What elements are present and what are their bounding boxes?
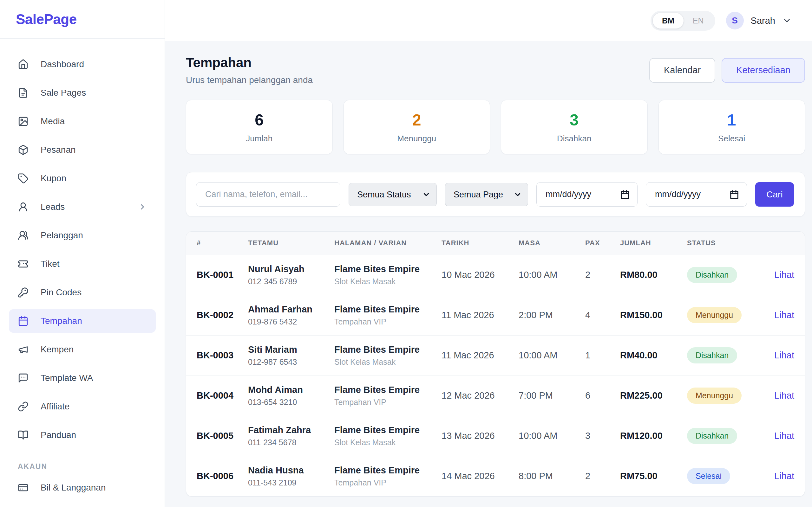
table-row: BK-0002 Ahmad Farhan019-876 5432 Flame B… [186, 295, 805, 335]
booking-id: BK-0006 [197, 471, 234, 481]
sidebar-item-label: Dashboard [41, 59, 84, 69]
col-halaman-varian: HALAMAN / VARIAN [334, 232, 442, 255]
sidebar-item-label: Template WA [41, 373, 93, 383]
sidebar-item-dashboard[interactable]: Dashboard [9, 53, 156, 76]
brand-logo: SalePage [16, 11, 77, 27]
ketersediaan-button[interactable]: Ketersediaan [722, 58, 805, 83]
kalendar-button[interactable]: Kalendar [649, 58, 715, 83]
avatar: S [726, 12, 744, 30]
sidebar-item-label: Kempen [41, 344, 73, 354]
status-badge: Menunggu [687, 388, 742, 404]
guest-phone: 019-876 5432 [248, 317, 331, 326]
booking-amount: RM150.00 [620, 310, 663, 320]
sidebar-item-kupon[interactable]: Kupon [9, 167, 156, 190]
package-icon [18, 145, 29, 155]
sidebar-item-media[interactable]: Media [9, 110, 156, 133]
sidebar-item-label: Tiket [41, 259, 60, 269]
sidebar-item-kempen[interactable]: Kempen [9, 338, 156, 361]
lihat-link[interactable]: Lihat [774, 390, 794, 400]
lang-option-bm[interactable]: BM [653, 13, 683, 29]
sidebar-section-akaun: AKAUN [9, 462, 156, 471]
sidebar-item-sale-pages[interactable]: Sale Pages [9, 81, 156, 105]
status-badge: Disahkan [687, 267, 737, 283]
col-jumlah: JUMLAH [620, 232, 687, 255]
sidebar-item-label: Bil & Langganan [41, 483, 106, 493]
content: Tempahan Urus tempahan pelanggan anda Ka… [165, 41, 812, 497]
booking-id: BK-0003 [197, 350, 234, 360]
page-title: Tempahan [186, 55, 313, 70]
booking-time: 7:00 PM [519, 390, 553, 400]
stat-label: Selesai [718, 134, 745, 144]
status-select-wrap: Semua Status [349, 183, 437, 206]
lihat-link[interactable]: Lihat [774, 310, 794, 320]
variant-name: Slot Kelas Masak [334, 357, 438, 367]
topbar: BM EN S Sarah [165, 0, 812, 41]
page-subtitle: Urus tempahan pelanggan anda [186, 75, 313, 85]
guest-phone: 011-234 5678 [248, 438, 331, 447]
sidebar-item-panduan[interactable]: Panduan [9, 424, 156, 447]
language-toggle: BM EN [651, 11, 715, 31]
sidebar-item-label: Tempahan [41, 316, 82, 326]
image-icon [18, 116, 29, 127]
guest-name: Nadia Husna [248, 465, 331, 475]
search-input[interactable] [196, 182, 340, 207]
variant-name: Tempahan VIP [334, 398, 438, 407]
stat-card-selesai: 1 Selesai [658, 100, 805, 154]
sidebar-item-label: Media [41, 116, 65, 126]
col-id: # [186, 232, 248, 255]
page-filter-select[interactable]: Semua Page [445, 183, 528, 206]
sidebar-item-pin-codes[interactable]: Pin Codes [9, 281, 156, 304]
calendar-icon[interactable] [729, 190, 739, 199]
booking-amount: RM80.00 [620, 270, 658, 280]
page-name: Flame Bites Empire [334, 465, 438, 475]
date-from-placeholder: mm/dd/yyyy [546, 189, 591, 199]
booking-pax: 1 [585, 350, 590, 360]
status-badge: Disahkan [687, 347, 737, 363]
lihat-link[interactable]: Lihat [774, 471, 794, 481]
date-to-placeholder: mm/dd/yyyy [655, 189, 701, 199]
megaphone-icon [18, 344, 29, 355]
guest-name: Siti Mariam [248, 344, 331, 355]
col-status: STATUS [687, 232, 766, 255]
date-to-field[interactable]: mm/dd/yyyy [646, 182, 747, 207]
booking-amount: RM120.00 [620, 431, 663, 441]
stat-value: 1 [727, 111, 736, 129]
booking-amount: RM225.00 [620, 390, 663, 400]
status-filter-select[interactable]: Semua Status [349, 183, 437, 206]
bookings-table: # TETAMU HALAMAN / VARIAN TARIKH MASA PA… [186, 232, 805, 496]
sidebar-item-tiket[interactable]: Tiket [9, 252, 156, 276]
calendar-icon[interactable] [620, 190, 629, 199]
booking-date: 10 Mac 2026 [442, 270, 495, 280]
sidebar-item-label: Pelanggan [41, 230, 83, 240]
booking-id: BK-0001 [197, 270, 234, 280]
lihat-link[interactable]: Lihat [774, 431, 794, 441]
col-actions [766, 232, 805, 255]
sidebar-item-bil-langganan[interactable]: Bil & Langganan [9, 476, 156, 499]
table-row: BK-0004 Mohd Aiman013-654 3210 Flame Bit… [186, 376, 805, 416]
booking-amount: RM75.00 [620, 471, 658, 481]
booking-date: 12 Mac 2026 [442, 390, 495, 400]
sidebar-item-tempahan[interactable]: Tempahan [9, 309, 156, 333]
user-menu[interactable]: S Sarah [726, 12, 792, 30]
variant-name: Slot Kelas Masak [334, 277, 438, 286]
page-name: Flame Bites Empire [334, 264, 438, 274]
variant-name: Tempahan VIP [334, 478, 438, 487]
date-from-field[interactable]: mm/dd/yyyy [537, 182, 638, 207]
sidebar-item-pelanggan[interactable]: Pelanggan [9, 224, 156, 247]
sidebar-item-template-wa[interactable]: Template WA [9, 366, 156, 390]
file-text-icon [18, 88, 29, 98]
sidebar-item-pesanan[interactable]: Pesanan [9, 138, 156, 162]
sidebar-item-affiliate[interactable]: Affiliate [9, 395, 156, 418]
lihat-link[interactable]: Lihat [774, 270, 794, 280]
sidebar-item-token-ai[interactable]: Token AI [9, 504, 156, 507]
sidebar-nav: Dashboard Sale Pages Media Pesanan Kupon… [0, 39, 165, 507]
lang-option-en[interactable]: EN [683, 13, 713, 29]
table-row: BK-0005 Fatimah Zahra011-234 5678 Flame … [186, 416, 805, 456]
booking-amount: RM40.00 [620, 350, 658, 360]
sidebar-item-leads[interactable]: Leads [9, 195, 156, 219]
cari-button[interactable]: Cari [755, 182, 794, 207]
chevron-right-icon [138, 203, 147, 211]
home-icon [18, 59, 29, 70]
col-tetamu: TETAMU [248, 232, 334, 255]
lihat-link[interactable]: Lihat [774, 350, 794, 360]
